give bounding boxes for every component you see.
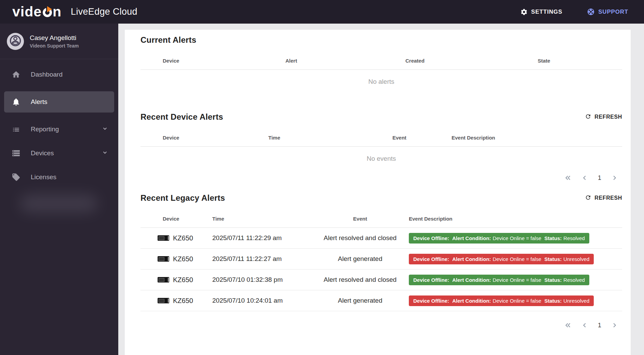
column-header: Time <box>212 216 311 222</box>
device-alerts-pagination: 1 <box>140 174 622 182</box>
support-label: SUPPORT <box>598 9 628 15</box>
table-row[interactable]: KZ650 2025/07/10 10:24:01 am Alert gener… <box>140 290 622 311</box>
column-header: Device <box>163 135 268 141</box>
avatar[interactable] <box>7 33 24 50</box>
settings-label: SETTINGS <box>531 9 562 15</box>
device-thumbnail-icon <box>158 298 169 303</box>
device-thumbnail-icon <box>158 235 169 241</box>
sidebar-item-label: Reporting <box>31 126 59 133</box>
chevron-down-icon <box>102 126 108 133</box>
next-page-button[interactable] <box>611 321 618 329</box>
recent-legacy-alerts-section: Recent Legacy Alerts REFRESH DeviceTimeE… <box>140 193 622 329</box>
refresh-icon <box>585 194 591 202</box>
table-row[interactable]: KZ650 2025/07/10 01:32:38 pm Alert resol… <box>140 269 622 290</box>
recent-device-alerts-section: Recent Device Alerts REFRESH DeviceTimeE… <box>140 112 622 182</box>
first-page-button[interactable] <box>564 174 572 182</box>
chevron-down-icon <box>102 149 108 157</box>
event-description-cell: Device Offline:Alert Condition:Device On… <box>409 233 622 244</box>
topbar-actions: SETTINGS SUPPORT <box>520 8 628 16</box>
top-bar: viden LiveEdge Cloud SETTINGS SUPPORT <box>0 0 644 24</box>
refresh-device-alerts-button[interactable]: REFRESH <box>585 113 622 121</box>
next-page-button[interactable] <box>611 174 618 182</box>
status-badge: Device Offline:Alert Condition:Device On… <box>409 275 589 285</box>
event-cell: Alert resolved and closed <box>311 276 409 284</box>
prev-page-button[interactable] <box>581 174 589 182</box>
column-header: Event <box>311 216 409 222</box>
section-title-current-alerts: Current Alerts <box>140 35 196 45</box>
account-circle-icon <box>9 35 22 48</box>
time-cell: 2025/07/10 10:24:01 am <box>212 297 311 304</box>
current-alerts-empty-text: No alerts <box>140 70 622 87</box>
event-cell: Alert generated <box>311 255 409 263</box>
column-header: Device <box>158 216 212 222</box>
legacy-alerts-rows: KZ650 2025/07/11 11:22:29 am Alert resol… <box>140 228 622 311</box>
device-alerts-empty-text: No events <box>140 147 622 164</box>
support-button[interactable]: SUPPORT <box>587 8 628 16</box>
table-row[interactable]: KZ650 2025/07/11 11:22:27 am Alert gener… <box>140 249 622 269</box>
lifebuoy-icon <box>587 8 595 16</box>
event-cell: Alert resolved and closed <box>311 234 409 242</box>
sidebar-item-reporting[interactable]: Reporting <box>4 119 114 140</box>
device-cell: KZ650 <box>158 276 212 284</box>
videon-logo[interactable]: viden LiveEdge Cloud <box>12 4 137 20</box>
column-header: Event <box>392 135 452 141</box>
event-cell: Alert generated <box>311 297 409 304</box>
sidebar: Casey Angellotti Videon Support Team Das… <box>0 24 118 355</box>
time-cell: 2025/07/11 11:22:29 am <box>212 234 311 242</box>
sidebar-item-label: Licenses <box>31 173 56 181</box>
page-number: 1 <box>598 174 601 182</box>
logo-o-play-icon <box>43 8 52 17</box>
legacy-alerts-pagination: 1 <box>140 321 622 329</box>
section-title-recent-device-alerts: Recent Device Alerts <box>140 112 223 122</box>
sidebar-item-label: Alerts <box>31 98 48 106</box>
device-name: KZ650 <box>173 234 193 242</box>
current-alerts-section: Current Alerts DeviceAlertCreatedState N… <box>140 35 622 87</box>
device-thumbnail-icon <box>158 256 169 262</box>
home-icon <box>12 70 21 79</box>
column-header: Time <box>268 135 392 141</box>
sidebar-item-devices[interactable]: Devices <box>4 143 114 164</box>
device-name: KZ650 <box>173 297 193 305</box>
sidebar-item-label: Dashboard <box>31 71 63 78</box>
user-team: Videon Support Team <box>30 43 79 49</box>
device-cell: KZ650 <box>158 297 212 305</box>
settings-button[interactable]: SETTINGS <box>520 8 562 16</box>
column-header: State <box>538 58 622 64</box>
legacy-alerts-header-row: DeviceTimeEventEvent Description <box>140 216 622 228</box>
column-header: Created <box>405 58 538 64</box>
app-title: LiveEdge Cloud <box>71 6 137 17</box>
event-description-cell: Device Offline:Alert Condition:Device On… <box>409 254 622 264</box>
table-row[interactable]: KZ650 2025/07/11 11:22:29 am Alert resol… <box>140 228 622 249</box>
gear-icon <box>520 8 528 16</box>
current-alerts-header-row: DeviceAlertCreatedState <box>140 58 622 70</box>
sidebar-item-dashboard[interactable]: Dashboard <box>4 64 114 85</box>
refresh-legacy-alerts-button[interactable]: REFRESH <box>585 194 622 202</box>
page-number: 1 <box>598 322 601 329</box>
refresh-label: REFRESH <box>594 195 622 201</box>
tag-icon <box>12 173 21 182</box>
redacted-blur <box>20 195 98 212</box>
status-badge: Device Offline:Alert Condition:Device On… <box>409 233 589 244</box>
server-stack-icon <box>12 149 21 158</box>
device-name: KZ650 <box>173 255 193 263</box>
sidebar-item-alerts[interactable]: Alerts <box>4 91 114 113</box>
sidebar-item-label: Devices <box>31 149 54 157</box>
status-badge: Device Offline:Alert Condition:Device On… <box>409 295 594 306</box>
device-alerts-header-row: DeviceTimeEventEvent Description <box>140 135 622 147</box>
sidebar-item-licenses[interactable]: Licenses <box>4 167 114 188</box>
first-page-button[interactable] <box>564 321 572 329</box>
device-thumbnail-icon <box>158 277 169 282</box>
main-area: Current Alerts DeviceAlertCreatedState N… <box>118 24 644 355</box>
section-title-recent-legacy-alerts: Recent Legacy Alerts <box>140 193 225 203</box>
column-header: Event Description <box>452 135 622 141</box>
list-icon <box>12 125 21 134</box>
refresh-label: REFRESH <box>594 114 622 120</box>
event-description-cell: Device Offline:Alert Condition:Device On… <box>409 295 622 306</box>
event-description-cell: Device Offline:Alert Condition:Device On… <box>409 275 622 285</box>
column-header: Alert <box>285 58 405 64</box>
device-name: KZ650 <box>173 276 193 284</box>
column-header: Event Description <box>409 216 622 222</box>
time-cell: 2025/07/11 11:22:27 am <box>212 255 311 263</box>
bell-icon <box>12 97 21 106</box>
prev-page-button[interactable] <box>581 321 589 329</box>
